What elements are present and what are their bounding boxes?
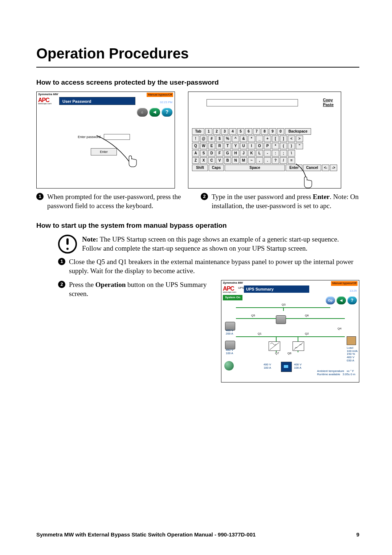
globe-icon — [224, 361, 234, 370]
key-shift[interactable]: Shift — [192, 165, 208, 171]
key-[interactable]: < — [288, 135, 295, 142]
key-e[interactable]: E — [208, 143, 215, 149]
key-[interactable]: # — [208, 135, 215, 142]
key-b[interactable]: B — [224, 157, 231, 164]
key-enter[interactable]: Enter — [286, 165, 302, 171]
key-j[interactable]: J — [240, 150, 247, 157]
key-t[interactable]: T — [224, 143, 231, 149]
key-2[interactable]: 2 — [213, 128, 220, 135]
key-[interactable]: _ — [256, 135, 263, 142]
in2-a: 100 A — [226, 352, 233, 355]
home-icon[interactable]: ⌂ — [137, 108, 148, 117]
key-[interactable]: ! — [192, 135, 199, 142]
q8-label: Q8 — [287, 352, 291, 356]
key-6[interactable]: 6 — [245, 128, 252, 135]
key-tab[interactable]: Tab — [192, 128, 204, 135]
key-p[interactable]: P — [264, 143, 271, 149]
key-[interactable]: $ — [216, 135, 223, 142]
back-icon[interactable]: ◄ — [149, 108, 160, 117]
q2-label: Q2 — [305, 332, 309, 336]
key-w[interactable]: W — [200, 143, 207, 149]
key-a[interactable]: A — [192, 150, 199, 157]
key-[interactable]: > — [296, 135, 303, 142]
key-u[interactable]: U — [240, 143, 247, 149]
key-n[interactable]: N — [232, 157, 239, 164]
enter-button[interactable]: Enter — [91, 148, 117, 155]
key-[interactable]: . — [264, 157, 271, 164]
key-5[interactable]: 5 — [237, 128, 244, 135]
key-[interactable]: / — [280, 157, 287, 164]
key-[interactable]: ] — [280, 135, 287, 142]
key-4[interactable]: 4 — [229, 128, 236, 135]
ambient-val: xx ° F — [347, 369, 354, 373]
key-space[interactable]: Space — [225, 165, 285, 171]
key-[interactable]: + — [264, 135, 271, 142]
key-backspace[interactable]: Backspace — [285, 128, 311, 135]
paste-button[interactable]: Paste — [323, 102, 334, 107]
key-[interactable]: * — [248, 135, 255, 142]
key-[interactable]: @ — [200, 135, 207, 142]
key-l[interactable]: L — [256, 150, 263, 157]
key-[interactable]: <- — [322, 165, 329, 171]
key-i[interactable]: I — [248, 143, 255, 149]
key-d[interactable]: D — [208, 150, 215, 157]
key-m[interactable]: M — [240, 157, 247, 164]
key-[interactable]: -> — [330, 165, 337, 171]
key-z[interactable]: Z — [192, 157, 199, 164]
key-[interactable]: \ — [288, 150, 295, 157]
key-[interactable]: ^ — [232, 135, 239, 142]
key-k[interactable]: K — [248, 150, 255, 157]
key-s[interactable]: S — [200, 150, 207, 157]
key-[interactable]: ( — [280, 143, 287, 149]
key-[interactable]: ) — [288, 143, 295, 149]
key-3[interactable]: 3 — [221, 128, 228, 135]
key-1[interactable]: 1 — [205, 128, 212, 135]
key-9[interactable]: 9 — [269, 128, 276, 135]
key-0[interactable]: 0 — [277, 128, 284, 135]
key-cancel[interactable]: Cancel — [303, 165, 321, 171]
key-caps[interactable]: Caps — [209, 165, 224, 171]
key-[interactable]: * — [272, 143, 279, 149]
key-[interactable]: & — [240, 135, 247, 142]
key-7[interactable]: 7 — [253, 128, 260, 135]
key-[interactable]: ? — [272, 157, 279, 164]
password-input[interactable] — [104, 134, 130, 140]
key-[interactable]: : — [272, 150, 279, 157]
title-rule — [36, 67, 359, 68]
key-h[interactable]: H — [232, 150, 239, 157]
q6-label: Q6 — [305, 314, 309, 318]
copy-button[interactable]: Copy — [323, 98, 334, 102]
key-c[interactable]: C — [208, 157, 215, 164]
q3-label: Q3 — [282, 303, 286, 307]
help-icon[interactable]: ? — [162, 108, 172, 117]
key-8[interactable]: 8 — [261, 128, 268, 135]
key-g[interactable]: G — [224, 150, 231, 157]
keyboard-text-field[interactable] — [207, 99, 298, 106]
key-x[interactable]: X — [200, 157, 207, 164]
key-q[interactable]: Q — [192, 143, 199, 149]
onscreen-keyboard-panel: Copy Paste Tab1234567890Backspace!@#$%^&… — [188, 92, 341, 189]
key-f[interactable]: F — [216, 150, 223, 157]
key-[interactable]: , — [256, 157, 263, 164]
key-[interactable]: - — [264, 150, 271, 157]
ups-summary-screen: Symmetra MW APC www.apc.com UPS1 UPS Sum… — [221, 280, 359, 382]
q5-label: Q5 — [251, 314, 255, 318]
q5-breaker[interactable] — [276, 315, 286, 324]
system-on-badge: System On — [223, 295, 242, 300]
key-[interactable]: " — [296, 143, 303, 149]
key-[interactable]: ; — [280, 150, 287, 157]
key-y[interactable]: Y — [232, 143, 239, 149]
num-badge-1: 1 — [58, 258, 65, 265]
key-o[interactable]: O — [256, 143, 263, 149]
onscreen-keyboard: Tab1234567890Backspace!@#$%^&*_+[]<>QWER… — [192, 128, 337, 172]
load-a: 030 A — [347, 359, 358, 362]
key-[interactable]: = — [288, 157, 295, 164]
num-badge-2: 2 — [58, 281, 65, 288]
key-[interactable]: [ — [272, 135, 279, 142]
key-[interactable]: % — [224, 135, 231, 142]
runtime-val: 3:05s 0 m — [343, 373, 355, 376]
key-v[interactable]: V — [216, 157, 223, 164]
clock: 02:23 PM — [160, 101, 172, 105]
key-[interactable]: ~ — [248, 157, 255, 164]
key-r[interactable]: R — [216, 143, 223, 149]
